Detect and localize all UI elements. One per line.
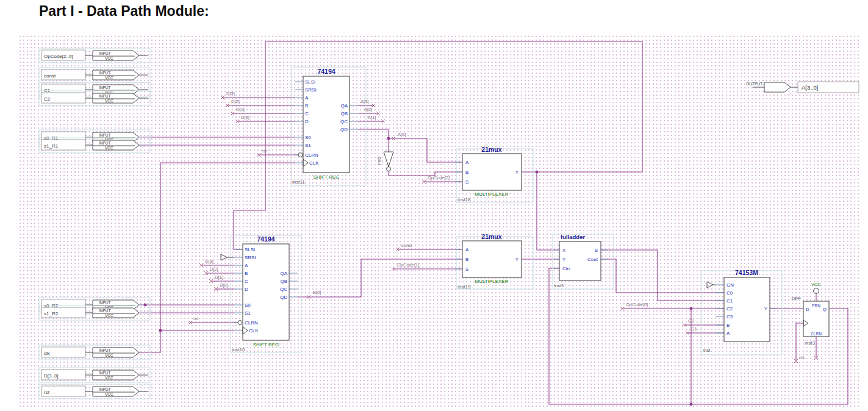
pin-level: VCC — [105, 392, 113, 396]
inverter-icon — [384, 152, 393, 166]
pin-label: B — [305, 103, 308, 109]
block-body — [462, 154, 522, 190]
net-label[interactable]: clk — [799, 355, 805, 360]
net-label[interactable]: OpCode[0] — [626, 302, 648, 307]
block-title: DFF — [791, 296, 801, 301]
block-mux-1[interactable]: 21mux A B S Y MULTIPLEXER inst18 — [455, 146, 533, 202]
pin-label: SRSI — [245, 255, 256, 260]
net-label[interactable]: D[3] — [205, 259, 213, 264]
net-label[interactable]: D[0] — [241, 115, 249, 120]
net-label[interactable]: D[3] — [226, 91, 235, 96]
net-label[interactable]: OpCode[2] — [428, 175, 450, 180]
input-pin-const[interactable]: const INPUT VCC — [39, 68, 150, 82]
pin-name: A[3..0] — [802, 84, 818, 91]
block-dff[interactable]: VCC DFF PRN D Q CLRN inst3 — [791, 282, 829, 346]
pin-label: QC — [280, 287, 287, 292]
wire-adder-cout[interactable] — [601, 259, 724, 293]
input-pin-rst[interactable]: rst INPUT VCC — [39, 384, 150, 399]
block-category: SHIFT REG — [253, 342, 279, 348]
pin-name: OpCode[2..0] — [44, 54, 73, 59]
block-mux-2[interactable]: 21mux A B S Y MULTIPLEXER inst19 — [455, 233, 533, 290]
inverter-bubble-icon — [387, 167, 391, 171]
net-label[interactable]: C1 — [691, 326, 697, 332]
input-pin-d[interactable]: D[3..0] INPUT VCC — [39, 368, 150, 382]
instance-label: inst10 — [232, 347, 245, 352]
wire-qd-out[interactable] — [358, 129, 389, 138]
pin-kind: INPUT — [99, 309, 111, 313]
net-label[interactable]: D[2] — [210, 266, 218, 272]
pin-label: C2 — [726, 306, 733, 312]
vcc-symbol — [814, 288, 819, 294]
pin-label: C — [305, 111, 309, 116]
pin-label: SLSI — [245, 247, 255, 252]
pin-level: VCC — [105, 376, 113, 380]
gnd-symbol — [707, 282, 713, 288]
net-label[interactable]: A[1] — [368, 115, 376, 120]
pin-label: QB — [340, 111, 348, 116]
block-mux-74153[interactable]: 74153M GN C0 C1 C2 C3 B A Y inst — [701, 269, 782, 355]
wire-inverter-out[interactable] — [389, 171, 462, 176]
pin-kind: INPUT — [99, 348, 111, 352]
net-label[interactable]: rst — [193, 316, 199, 321]
block-shift-register-2[interactable]: 74194 SLSI SRSI A B C D S0 S1 CLRN CLK Q… — [221, 235, 301, 352]
pin-label: QB — [280, 279, 287, 284]
pin-label: GN — [726, 282, 734, 288]
pin-label: B — [726, 323, 730, 328]
wires — [139, 41, 848, 404]
pin-name: const — [44, 73, 56, 79]
pin-name: C2 — [44, 96, 51, 102]
net-label[interactable]: D[1] — [236, 107, 245, 112]
pin-label: D — [305, 119, 309, 124]
pin-label: D — [806, 307, 809, 312]
pin-label: QC — [340, 119, 348, 124]
pin-kind: INPUT — [99, 387, 111, 391]
pin-label: Cin — [562, 266, 570, 271]
pin-kind: INPUT — [99, 371, 111, 375]
wire-mux1y-to-adder-x[interactable] — [537, 172, 559, 250]
block-inverter[interactable]: inst2 — [377, 152, 393, 171]
pin-name: rst — [44, 390, 50, 395]
net-label[interactable]: const — [401, 243, 413, 248]
instance-label: inst1 — [554, 283, 564, 288]
pin-label: Y — [515, 257, 519, 262]
pin-label: S1 — [305, 143, 311, 148]
pin-label: S — [465, 266, 468, 272]
net-label[interactable]: A[2] — [364, 107, 372, 112]
block-title: fulladder — [561, 234, 585, 240]
pin-label: Y — [764, 306, 768, 312]
pin-label: A — [465, 247, 469, 252]
pin-label: SRSI — [305, 87, 317, 93]
input-pin-clk[interactable]: clk INPUT VCC — [39, 345, 150, 360]
block-fulladder[interactable]: fulladder X Y Cin S Cout inst1 — [553, 234, 614, 289]
pin-kind: INPUT — [99, 94, 111, 98]
pin-name: s1_R1 — [44, 143, 59, 149]
pin-label: PRN — [812, 304, 820, 308]
pin-level: VCC — [105, 99, 113, 103]
net-label[interactable]: OpCode[1] — [397, 262, 419, 268]
input-pin-opcode[interactable]: OpCode[2..0] INPUT VCC — [39, 48, 150, 63]
block-shift-register-1[interactable]: 74194 SLSI SRSI A B C D S0 S1 CLRN CLK Q… — [292, 67, 366, 185]
pin-label: CLK — [249, 328, 259, 334]
pin-label: Q — [823, 307, 827, 312]
pin-label: B — [465, 257, 468, 262]
pin-label: A — [305, 95, 309, 101]
output-pin-a[interactable]: OUTPUT A[3..0] — [746, 82, 859, 93]
net-label[interactable]: D[2] — [231, 99, 240, 104]
net-label[interactable]: D[0] — [220, 282, 228, 288]
net-label[interactable]: D[1] — [215, 274, 223, 280]
net-label[interactable]: C2 — [688, 318, 694, 324]
net-label[interactable]: B[0] — [313, 290, 321, 295]
clrn-bubble-icon — [238, 321, 242, 325]
schematic-editor-window: Part I - Data Path Module: — [0, 0, 868, 411]
net-label[interactable]: rst — [262, 148, 267, 154]
net-label[interactable]: A[3] — [360, 99, 368, 104]
block-title: 74153M — [735, 269, 758, 276]
pin-name: s1_R2 — [44, 311, 59, 316]
wire-b0-to-mux2b[interactable] — [298, 259, 462, 297]
net-label[interactable]: A[0] — [398, 132, 406, 137]
pin-label: A — [726, 331, 730, 336]
wire-a0-to-mux1a[interactable] — [389, 138, 462, 162]
pin-label: S — [595, 248, 598, 253]
block-title: 74194 — [257, 235, 274, 243]
pin-label: QA — [280, 271, 287, 276]
